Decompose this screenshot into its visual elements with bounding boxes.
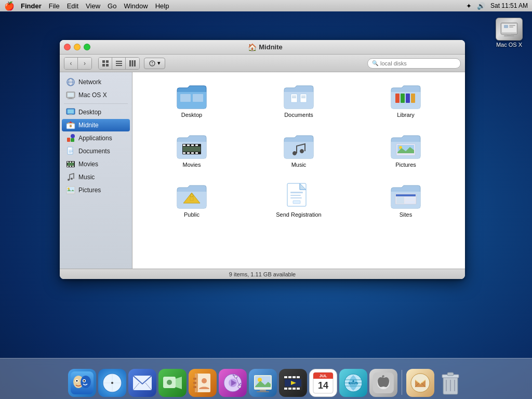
list-view-button[interactable] [112,58,126,69]
sites-file-label: Sites [400,211,412,218]
music-file-label: Music [291,162,307,168]
menubar-file[interactable]: File [49,2,60,10]
svg-rect-86 [290,197,302,198]
dock-separator [402,370,402,395]
sidebar-network-label: Network [78,78,101,86]
svg-rect-84 [290,192,303,193]
forward-button[interactable]: › [78,58,91,69]
dock-item-webmail[interactable] [406,369,434,397]
sidebar-item-network[interactable]: Network [62,76,130,88]
svg-rect-92 [405,201,415,204]
search-icon: 🔍 [372,60,378,66]
svg-rect-43 [72,162,74,163]
volume-icon[interactable]: 🔊 [477,2,485,10]
sidebar-item-pictures[interactable]: Pictures [62,184,130,196]
datetime-display: Sat 11:51 AM [490,2,528,9]
svg-rect-134 [292,376,296,378]
file-library[interactable]: Library [355,81,457,120]
dock-item-safari[interactable] [98,369,126,397]
movies-file-label: Movies [183,162,201,168]
sidebar-music-label: Music [78,174,95,181]
send-registration-label: Send Registration [276,211,321,218]
dock-item-imovie[interactable] [279,369,307,397]
menubar-finder[interactable]: Finder [21,2,42,10]
apple-menu[interactable]: 🍎 [4,1,15,11]
svg-rect-61 [401,94,405,103]
sidebar-movies-label: Movies [78,161,98,168]
sidebar-item-macosx[interactable]: Mac OS X [62,89,130,101]
search-bar[interactable]: 🔍 [367,58,461,69]
midnite-icon [66,121,75,130]
sidebar-item-applications[interactable]: Applications [62,132,130,144]
svg-rect-130 [257,391,269,392]
itunes-dock-icon [219,369,247,397]
back-button[interactable]: ‹ [64,58,78,69]
documents-file-label: Documents [284,112,313,118]
status-bar: 9 items, 1.11 GB available [60,269,465,279]
maximize-button[interactable] [84,44,90,50]
menubar-window[interactable]: Window [124,2,148,10]
movies-folder-icon [176,132,207,161]
facetime-dock-icon [158,369,187,397]
bluetooth-icon[interactable]: ✦ [466,2,472,10]
menubar-help[interactable]: Help [155,2,169,10]
sidebar-item-desktop[interactable]: Desktop [62,106,130,118]
sidebar-item-movies[interactable]: Movies [62,158,130,170]
sidebar: Network Mac OS X [60,72,132,269]
menubar-edit[interactable]: Edit [67,2,78,10]
applications-icon [66,134,75,143]
svg-rect-60 [395,94,400,103]
svg-rect-91 [405,197,415,200]
dock-item-mail[interactable] [128,369,156,397]
dock-item-internetconnect[interactable]: km/h [339,369,367,397]
public-folder-icon [176,182,207,210]
file-sites[interactable]: Sites [355,180,457,220]
svg-rect-52 [180,94,191,102]
minimize-button[interactable] [74,44,81,50]
dock-item-ical[interactable]: JUL 14 [309,369,337,397]
file-movies[interactable]: Movies [141,130,243,170]
svg-rect-137 [288,388,291,390]
dock-item-systemprefs[interactable] [369,369,397,397]
file-music[interactable]: Music [248,130,350,170]
sidebar-item-midnite[interactable]: Midnite [62,119,130,131]
svg-rect-44 [67,166,69,167]
svg-rect-8 [106,60,109,63]
iphoto-dock-icon [249,369,277,397]
search-input[interactable] [380,60,456,66]
hd-icon-label: Mac OS X [496,42,522,48]
library-file-label: Library [397,112,415,118]
column-view-button[interactable] [126,58,139,69]
traffic-lights [64,44,90,50]
svg-rect-70 [187,152,190,154]
dock-item-itunes[interactable] [219,369,247,397]
dock-item-facetime[interactable] [158,369,187,397]
file-public[interactable]: Public [141,180,243,220]
menubar-go[interactable]: Go [108,2,116,10]
svg-rect-14 [129,60,131,66]
file-documents[interactable]: Documents [248,81,350,120]
menubar-view[interactable]: View [86,2,100,10]
dock-item-trash[interactable] [436,369,464,397]
file-send-registration[interactable]: Send Registration [248,180,350,220]
file-pictures[interactable]: Pictures [355,130,457,170]
svg-rect-62 [406,94,410,103]
svg-rect-53 [193,94,203,102]
dock-item-finder[interactable] [68,369,96,397]
svg-rect-13 [116,65,122,66]
sidebar-item-documents[interactable]: Documents [62,145,130,157]
dock-item-iphoto[interactable] [249,369,277,397]
sidebar-item-music[interactable]: Music [62,171,130,183]
svg-rect-71 [191,152,194,154]
svg-rect-33 [67,138,70,142]
dock-item-addressbook[interactable] [189,369,217,397]
icon-view-button[interactable] [99,58,112,69]
svg-marker-32 [69,121,72,123]
mail-dock-icon [128,369,156,397]
file-desktop[interactable]: Desktop [141,81,243,120]
desktop-hd-icon[interactable]: Mac OS X [496,18,523,48]
sidebar-pictures-label: Pictures [78,187,101,194]
svg-rect-89 [396,194,416,196]
action-button[interactable]: ▾ [144,58,165,69]
close-button[interactable] [64,44,71,50]
